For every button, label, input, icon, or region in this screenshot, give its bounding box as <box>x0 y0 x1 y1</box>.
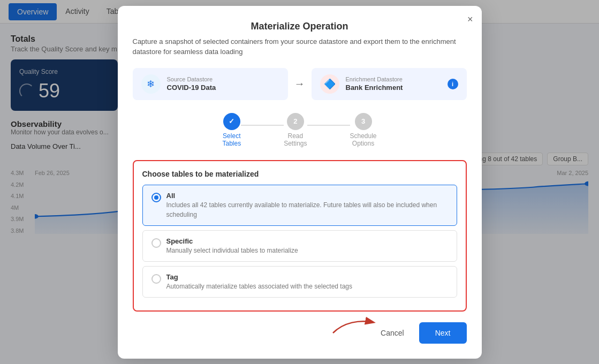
radio-all <box>151 193 161 202</box>
option-all-text: All Includes all 42 tables currently ava… <box>166 192 448 219</box>
step-2-label: ReadSettings <box>284 132 307 147</box>
enrichment-datastore-info: Enrichment Datastore Bank Enrichment <box>346 76 403 92</box>
radio-specific <box>151 238 161 248</box>
step-connector-2 <box>307 125 350 126</box>
cancel-button[interactable]: Cancel <box>372 324 413 342</box>
radio-all-dot <box>154 195 158 200</box>
radio-tag <box>151 274 161 284</box>
arrow-connector: → <box>294 78 305 90</box>
materialize-modal: × Materialize Operation Capture a snapsh… <box>118 6 482 359</box>
step-connector-1 <box>241 125 284 126</box>
option-tag-label: Tag <box>166 273 353 281</box>
step-3-circle: 3 <box>355 113 372 130</box>
step-3-label: ScheduleOptions <box>350 132 377 147</box>
option-tag-text: Tag Automatically materialize tables ass… <box>166 273 353 291</box>
step-2: 2 ReadSettings <box>284 113 307 147</box>
source-datastore-name: COVID-19 Data <box>167 84 216 92</box>
option-tag[interactable]: Tag Automatically materialize tables ass… <box>142 266 457 298</box>
close-button[interactable]: × <box>467 14 473 24</box>
step-1-label: SelectTables <box>222 132 241 147</box>
source-datastore-box: ❄ Source Datastore COVID-19 Data <box>133 68 288 100</box>
step-1-circle: ✓ <box>223 113 240 130</box>
option-specific-label: Specific <box>166 237 298 245</box>
datastore-row: ❄ Source Datastore COVID-19 Data → 🔷 Enr… <box>133 68 467 100</box>
choose-tables-section: Choose tables to be materialized All Inc… <box>133 160 467 312</box>
modal-overlay: × Materialize Operation Capture a snapsh… <box>0 0 599 364</box>
source-datastore-info: Source Datastore COVID-19 Data <box>167 76 216 92</box>
choose-tables-title: Choose tables to be materialized <box>142 170 457 178</box>
next-button[interactable]: Next <box>419 322 467 344</box>
option-specific[interactable]: Specific Manually select individual tabl… <box>142 230 457 262</box>
enrichment-datastore-name: Bank Enrichment <box>346 84 403 92</box>
option-tag-description: Automatically materialize tables associa… <box>166 283 353 290</box>
enrichment-datastore-box: 🔷 Enrichment Datastore Bank Enrichment i <box>312 68 467 100</box>
modal-title: Materialize Operation <box>133 21 467 32</box>
option-all-description: Includes all 42 tables currently availab… <box>166 201 437 218</box>
option-specific-description: Manually select individual tables to mat… <box>166 247 298 254</box>
option-specific-text: Specific Manually select individual tabl… <box>166 237 298 255</box>
step-1: ✓ SelectTables <box>222 113 241 147</box>
modal-description: Capture a snapshot of selected container… <box>133 36 467 57</box>
steps-row: ✓ SelectTables 2 ReadSettings 3 Schedule… <box>133 113 467 147</box>
step-3: 3 ScheduleOptions <box>350 113 377 147</box>
info-icon[interactable]: i <box>448 79 458 89</box>
source-datastore-label: Source Datastore <box>167 76 216 82</box>
step-2-circle: 2 <box>287 113 304 130</box>
enrichment-datastore-label: Enrichment Datastore <box>346 76 403 82</box>
enrichment-datastore-icon: 🔷 <box>320 74 339 94</box>
source-datastore-icon: ❄ <box>141 74 161 94</box>
option-all[interactable]: All Includes all 42 tables currently ava… <box>142 185 457 226</box>
option-all-label: All <box>166 192 448 200</box>
modal-footer: Cancel Next <box>133 322 467 344</box>
